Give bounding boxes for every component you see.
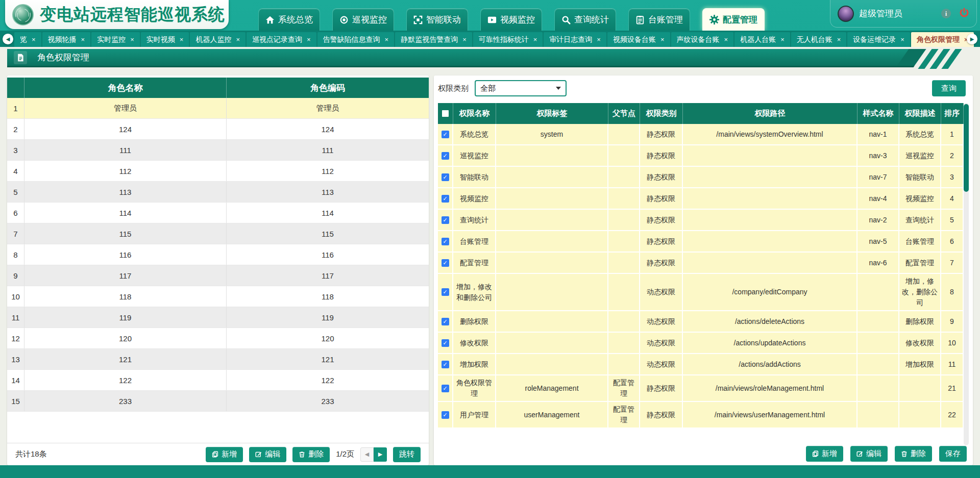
permission-row[interactable]: ✓ 台账管理 静态权限 nav-5 台账管理 6 bbox=[438, 231, 964, 253]
row-checkbox[interactable]: ✓ bbox=[442, 259, 449, 267]
nav-button[interactable]: 智能联动 bbox=[406, 8, 468, 31]
tab-close-icon[interactable]: × bbox=[130, 36, 134, 43]
nav-button[interactable]: 配置管理 bbox=[702, 8, 765, 31]
row-checkbox[interactable]: ✓ bbox=[442, 339, 449, 347]
prev-page-icon[interactable]: ◀ bbox=[360, 447, 374, 462]
row-checkbox[interactable]: ✓ bbox=[442, 361, 449, 368]
tab[interactable]: 实时监控 × bbox=[91, 32, 140, 47]
role-name-cell: 124 bbox=[24, 119, 227, 139]
scrollbar-track[interactable] bbox=[964, 103, 969, 445]
tab-scroll-left-icon[interactable]: ◀ bbox=[3, 34, 13, 44]
tab-close-icon[interactable]: × bbox=[724, 36, 728, 43]
tab-close-icon[interactable]: × bbox=[660, 36, 665, 43]
role-row[interactable]: 7 115 115 bbox=[7, 223, 429, 244]
role-row[interactable]: 9 117 117 bbox=[7, 265, 429, 286]
tab-close-icon[interactable]: × bbox=[780, 36, 785, 43]
nav-button[interactable]: 台账管理 bbox=[628, 8, 690, 31]
role-row[interactable]: 1 管理员 管理员 bbox=[7, 98, 429, 119]
tab[interactable]: 静默监视告警查询 × bbox=[395, 32, 472, 47]
role-row[interactable]: 6 114 114 bbox=[7, 203, 429, 223]
tab[interactable]: 告警缺陷信息查询 × bbox=[317, 32, 395, 47]
row-checkbox[interactable]: ✓ bbox=[442, 318, 449, 325]
tab[interactable]: 实时视频 × bbox=[141, 32, 189, 47]
tab-close-icon[interactable]: × bbox=[837, 36, 841, 43]
permission-add-button[interactable]: 新增 bbox=[806, 446, 843, 462]
search-button[interactable]: 查询 bbox=[932, 80, 966, 96]
avatar[interactable] bbox=[838, 6, 854, 22]
tab-close-icon[interactable]: × bbox=[32, 36, 36, 43]
row-checkbox[interactable]: ✓ bbox=[442, 411, 449, 419]
permission-edit-button[interactable]: 编辑 bbox=[850, 446, 888, 462]
role-row[interactable]: 8 116 116 bbox=[7, 244, 429, 265]
role-row[interactable]: 14 122 122 bbox=[7, 370, 429, 391]
tab-close-icon[interactable]: × bbox=[307, 36, 311, 43]
select-all-checkbox[interactable] bbox=[442, 110, 449, 117]
permission-row[interactable]: ✓ 增加权限 动态权限 /actions/addActions 增加权限 11 bbox=[438, 354, 964, 375]
tab-close-icon[interactable]: × bbox=[180, 36, 184, 43]
nav-button[interactable]: 视频监控 bbox=[480, 8, 542, 31]
role-row[interactable]: 11 119 119 bbox=[7, 307, 429, 328]
tab[interactable]: 无人机台账 × bbox=[791, 32, 847, 47]
info-icon[interactable]: i bbox=[941, 9, 951, 18]
tab-close-icon[interactable]: × bbox=[462, 36, 467, 43]
nav-button[interactable]: 系统总览 bbox=[258, 8, 320, 31]
row-checkbox[interactable]: ✓ bbox=[442, 216, 449, 224]
tab[interactable]: 巡视点记录查询 × bbox=[247, 32, 316, 47]
permission-row[interactable]: ✓ 删除权限 动态权限 /actions/deleteActions 删除权限 … bbox=[438, 311, 964, 333]
role-row[interactable]: 5 113 113 bbox=[7, 182, 429, 203]
permission-row[interactable]: ✓ 系统总览 system 静态权限 /main/views/systemOve… bbox=[438, 124, 964, 145]
row-checkbox[interactable]: ✓ bbox=[442, 195, 449, 203]
tab[interactable]: 视频设备台账 × bbox=[607, 32, 670, 47]
role-edit-button[interactable]: 编辑 bbox=[249, 447, 286, 462]
role-row[interactable]: 4 112 112 bbox=[7, 161, 429, 182]
permission-type-select[interactable]: 全部 bbox=[475, 80, 567, 96]
permission-row[interactable]: ✓ 配置管理 静态权限 nav-6 配置管理 7 bbox=[438, 253, 964, 274]
tab[interactable]: 可靠性指标统计 × bbox=[473, 32, 543, 47]
role-row[interactable]: 13 121 121 bbox=[7, 349, 429, 370]
permission-delete-button[interactable]: 删除 bbox=[895, 446, 932, 462]
role-row[interactable]: 3 111 111 bbox=[7, 140, 429, 161]
jump-page-button[interactable]: 跳转 bbox=[393, 447, 421, 462]
tab-close-icon[interactable]: × bbox=[385, 36, 389, 43]
tab[interactable]: 角色权限管理 × bbox=[911, 32, 974, 47]
role-row[interactable]: 12 120 120 bbox=[7, 328, 429, 349]
next-page-icon[interactable]: ▶ bbox=[374, 447, 387, 462]
row-checkbox[interactable]: ✓ bbox=[442, 152, 449, 160]
tab[interactable]: 设备运维记录 × bbox=[847, 32, 910, 47]
row-checkbox[interactable]: ✓ bbox=[442, 131, 449, 138]
permission-save-button[interactable]: 保存 bbox=[939, 446, 967, 462]
row-checkbox[interactable]: ✓ bbox=[442, 173, 449, 181]
permission-row[interactable]: ✓ 修改权限 动态权限 /actions/updateActions 修改权限 … bbox=[438, 333, 964, 354]
role-row[interactable]: 10 118 118 bbox=[7, 286, 429, 307]
tab-close-icon[interactable]: × bbox=[236, 36, 240, 43]
permission-row[interactable]: ✓ 查询统计 静态权限 nav-2 查询统计 5 bbox=[438, 210, 964, 231]
tab-scroll-right-icon[interactable]: ▶ bbox=[967, 34, 977, 44]
row-checkbox[interactable]: ✓ bbox=[442, 238, 449, 245]
role-row[interactable]: 2 124 124 bbox=[7, 119, 429, 140]
power-icon[interactable] bbox=[959, 8, 969, 20]
tab[interactable]: 机器人监控 × bbox=[190, 32, 246, 47]
role-add-button[interactable]: 新增 bbox=[206, 447, 243, 462]
permission-row[interactable]: ✓ 智能联动 静态权限 nav-7 智能联动 3 bbox=[438, 167, 964, 188]
row-checkbox[interactable]: ✓ bbox=[442, 288, 449, 296]
tab[interactable]: 审计日志查询 × bbox=[544, 32, 606, 47]
permission-row[interactable]: ✓ 巡视监控 静态权限 nav-3 巡视监控 2 bbox=[438, 145, 964, 167]
tab-close-icon[interactable]: × bbox=[900, 36, 904, 43]
role-delete-button[interactable]: 删除 bbox=[292, 447, 330, 462]
tab[interactable]: 览 × bbox=[14, 32, 41, 47]
tab-close-icon[interactable]: × bbox=[533, 36, 537, 43]
nav-button[interactable]: 查询统计 bbox=[554, 8, 616, 31]
row-checkbox[interactable]: ✓ bbox=[442, 385, 449, 392]
scrollbar-thumb[interactable] bbox=[964, 104, 969, 192]
permission-row[interactable]: ✓ 用户管理 userManagement 配置管理 静态权限 /main/vi… bbox=[438, 402, 964, 429]
nav-button[interactable]: 巡视监控 bbox=[332, 8, 394, 31]
permission-row[interactable]: ✓ 角色权限管理 roleManagement 配置管理 静态权限 /main/… bbox=[438, 375, 964, 402]
role-row[interactable]: 15 233 233 bbox=[7, 391, 429, 412]
tab[interactable]: 视频轮播 × bbox=[42, 32, 91, 47]
permission-row[interactable]: ✓ 增加，修改和删除公司 动态权限 /company/editCompany 增… bbox=[438, 274, 964, 311]
tab-close-icon[interactable]: × bbox=[597, 36, 601, 43]
tab-close-icon[interactable]: × bbox=[81, 36, 85, 43]
tab[interactable]: 声纹设备台账 × bbox=[671, 32, 734, 47]
permission-row[interactable]: ✓ 视频监控 静态权限 nav-4 视频监控 4 bbox=[438, 188, 964, 210]
tab[interactable]: 机器人台账 × bbox=[734, 32, 790, 47]
